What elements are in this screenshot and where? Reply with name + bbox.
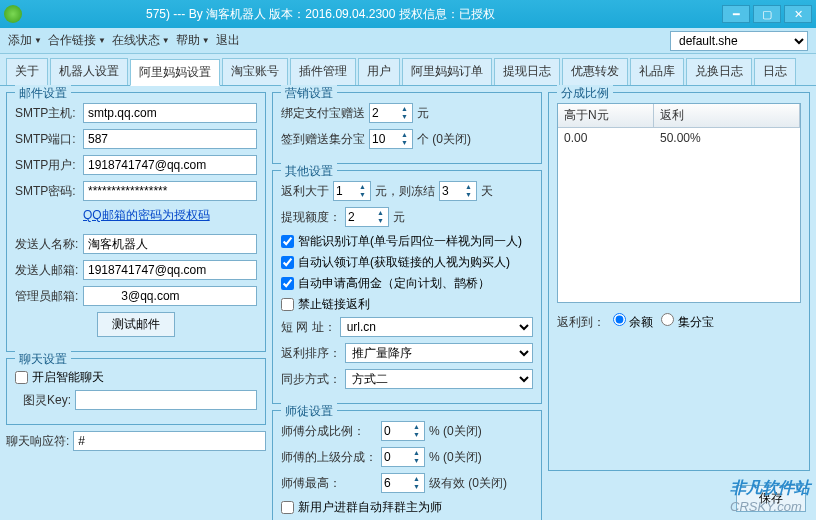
bind-bonus-spinner[interactable]: 2▲▼ — [369, 103, 413, 123]
smart-order-checkbox[interactable] — [281, 235, 294, 248]
tuling-key-input[interactable] — [75, 390, 257, 410]
window-title: 575) --- By 淘客机器人 版本：2016.09.04.2300 授权信… — [26, 6, 719, 23]
tab-taobao[interactable]: 淘宝账号 — [222, 58, 288, 85]
short-url-select[interactable]: url.cn — [340, 317, 533, 337]
rebate-to-balance[interactable]: 余额 — [613, 313, 653, 331]
content-area: 邮件设置 SMTP主机: SMTP端口: SMTP用户: SMTP密码: QQ邮… — [0, 86, 816, 520]
withdraw-spinner[interactable]: 2▲▼ — [345, 207, 389, 227]
master-ratio-spinner[interactable]: 0▲▼ — [381, 421, 425, 441]
smtp-pass-input[interactable] — [83, 181, 257, 201]
save-button[interactable]: 保存 — [736, 485, 806, 512]
tab-orders[interactable]: 阿里妈妈订单 — [402, 58, 492, 85]
tab-users[interactable]: 用户 — [358, 58, 400, 85]
signin-bonus-spinner[interactable]: 10▲▼ — [369, 129, 413, 149]
menu-exit[interactable]: 退出 — [216, 32, 240, 49]
password-help-link[interactable]: QQ邮箱的密码为授权码 — [83, 207, 210, 224]
menu-add[interactable]: 添加▼ — [8, 32, 42, 49]
test-mail-button[interactable]: 测试邮件 — [97, 312, 175, 337]
smtp-user-input[interactable] — [83, 155, 257, 175]
rebate-gt-spinner[interactable]: 1▲▼ — [333, 181, 371, 201]
ratio-table[interactable]: 高于N元 返利 0.00 50.00% — [557, 103, 801, 303]
tab-gifts[interactable]: 礼品库 — [630, 58, 684, 85]
max-level-spinner[interactable]: 6▲▼ — [381, 473, 425, 493]
chat-group: 聊天设置 开启智能聊天 图灵Key: — [6, 358, 266, 425]
smtp-host-input[interactable] — [83, 103, 257, 123]
table-row[interactable]: 0.00 50.00% — [558, 128, 800, 148]
tab-alimama[interactable]: 阿里妈妈设置 — [130, 59, 220, 86]
admin-mail-input[interactable] — [83, 286, 257, 306]
menu-help[interactable]: 帮助▼ — [176, 32, 210, 49]
tab-withdraw[interactable]: 提现日志 — [494, 58, 560, 85]
apprentice-group: 师徒设置 师傅分成比例：0▲▼% (0关闭) 师傅的上级分成：0▲▼% (0关闭… — [272, 410, 542, 520]
profile-select[interactable]: default.she — [670, 31, 808, 51]
auto-owner-checkbox[interactable] — [281, 501, 294, 514]
marketing-group: 营销设置 绑定支付宝赠送2▲▼元 签到赠送集分宝10▲▼个 (0关闭) — [272, 92, 542, 164]
auto-claim-checkbox[interactable] — [281, 256, 294, 269]
high-commission-checkbox[interactable] — [281, 277, 294, 290]
tab-about[interactable]: 关于 — [6, 58, 48, 85]
smart-chat-checkbox[interactable] — [15, 371, 28, 384]
tab-robot[interactable]: 机器人设置 — [50, 58, 128, 85]
menu-partner[interactable]: 合作链接▼ — [48, 32, 106, 49]
reply-symbol-input[interactable] — [73, 431, 266, 451]
menu-bar: 添加▼ 合作链接▼ 在线状态▼ 帮助▼ 退出 default.she — [0, 28, 816, 54]
sender-mail-input[interactable] — [83, 260, 257, 280]
close-button[interactable]: ✕ — [784, 5, 812, 23]
sync-select[interactable]: 方式二 — [345, 369, 533, 389]
ratio-group: 分成比例 高于N元 返利 0.00 50.00% 返利到： 余额 集分宝 — [548, 92, 810, 471]
tab-strip: 关于 机器人设置 阿里妈妈设置 淘宝账号 插件管理 用户 阿里妈妈订单 提现日志… — [0, 54, 816, 86]
other-group: 其他设置 返利大于1▲▼元，则冻结3▲▼天 提现额度：2▲▼元 智能识别订单(单… — [272, 170, 542, 404]
smtp-port-input[interactable] — [83, 129, 257, 149]
menu-online[interactable]: 在线状态▼ — [112, 32, 170, 49]
tab-exchange[interactable]: 兑换日志 — [686, 58, 752, 85]
rebate-to-jifenbao[interactable]: 集分宝 — [661, 313, 713, 331]
minimize-button[interactable]: ━ — [722, 5, 750, 23]
app-icon — [4, 5, 22, 23]
tab-promo[interactable]: 优惠转发 — [562, 58, 628, 85]
tab-plugins[interactable]: 插件管理 — [290, 58, 356, 85]
maximize-button[interactable]: ▢ — [753, 5, 781, 23]
tab-log[interactable]: 日志 — [754, 58, 796, 85]
sender-name-input[interactable] — [83, 234, 257, 254]
freeze-days-spinner[interactable]: 3▲▼ — [439, 181, 477, 201]
mail-group: 邮件设置 SMTP主机: SMTP端口: SMTP用户: SMTP密码: QQ邮… — [6, 92, 266, 352]
forbid-link-checkbox[interactable] — [281, 298, 294, 311]
title-bar: 575) --- By 淘客机器人 版本：2016.09.04.2300 授权信… — [0, 0, 816, 28]
upper-ratio-spinner[interactable]: 0▲▼ — [381, 447, 425, 467]
sort-select[interactable]: 推广量降序 — [345, 343, 533, 363]
